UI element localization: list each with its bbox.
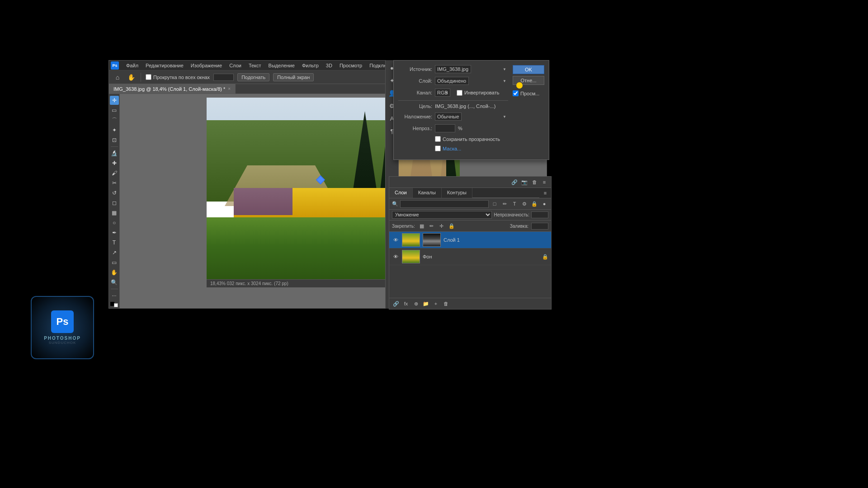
layers-opacity-input[interactable]: 100%: [531, 211, 548, 218]
layer-item-1[interactable]: 👁 Слой 1: [389, 232, 551, 249]
heal-brush-icon[interactable]: ✚: [110, 159, 119, 168]
left-tools-panel: ✛ ▭ ⌒ ✦ ⊡ 🔬 ✚ 🖌 ✂ ↺ ◻ ▦ ○ ✒ T ↗ ▭ ✋ 🔍 ··…: [109, 94, 120, 308]
path-select-icon[interactable]: ↗: [110, 248, 119, 257]
zoom-tool-icon[interactable]: 🔍: [110, 278, 119, 287]
menu-layers[interactable]: Слои: [227, 62, 243, 69]
fit-button[interactable]: Подогнать: [237, 73, 269, 81]
extra-tool-icon[interactable]: ···: [110, 291, 119, 300]
shape-tool-icon[interactable]: ▭: [110, 258, 119, 267]
cancel-button[interactable]: Отне...: [513, 76, 544, 85]
lasso-tool-icon[interactable]: ⌒: [110, 116, 119, 125]
layers-filter-4[interactable]: ⚙: [520, 200, 528, 208]
scroll-all-checkbox[interactable]: [146, 74, 151, 80]
ps-splash-title: PHOTOSHOP: [44, 336, 81, 341]
layer-2-visibility[interactable]: 👁: [392, 253, 399, 260]
tool-sep-2: [111, 289, 118, 289]
type-tool-icon[interactable]: T: [110, 238, 119, 247]
layers-tab-paths[interactable]: Контуры: [442, 188, 472, 198]
pen-tool-icon[interactable]: ✒: [110, 228, 119, 237]
fill-input[interactable]: 100%: [531, 223, 548, 230]
bg-color-swatch[interactable]: [114, 303, 118, 307]
source-select[interactable]: IMG_3638.jpg: [435, 65, 471, 73]
history-brush-icon[interactable]: ↺: [110, 188, 119, 197]
layers-filter-2[interactable]: ✏: [500, 200, 509, 208]
channel-select[interactable]: RGB: [435, 89, 450, 97]
main-tab[interactable]: IMG_3638.jpg @ 18,4% (Слой 1, Слой-маска…: [109, 84, 236, 94]
tab-close-icon[interactable]: ×: [228, 86, 231, 91]
menu-view[interactable]: Просмотр: [338, 62, 364, 69]
layers-collapse-icon[interactable]: ≡: [541, 189, 549, 197]
layer-2-lock-icon: 🔒: [542, 254, 548, 260]
move-tool-icon[interactable]: ✛: [110, 96, 119, 105]
eyedropper-icon[interactable]: 🔬: [110, 149, 119, 158]
layers-link-icon[interactable]: 🔗: [510, 178, 519, 186]
opacity-row-label: Непрозначность:: [494, 212, 529, 217]
layers-bottom-bar: 🔗 fx ⊕ 📁 + 🗑: [389, 298, 551, 309]
blend-select[interactable]: Обычные: [435, 113, 462, 121]
preserve-checkbox[interactable]: [435, 136, 441, 142]
purple-flowers: [234, 188, 292, 215]
zoom-input[interactable]: 100%: [213, 74, 234, 81]
lock-position-icon[interactable]: ✏: [428, 222, 436, 230]
menu-text[interactable]: Текст: [247, 62, 263, 69]
layers-tab-layers[interactable]: Слои: [389, 188, 413, 198]
layers-menu-icon[interactable]: ≡: [540, 178, 548, 186]
layers-search-input[interactable]: [400, 200, 489, 208]
layers-tab-channels[interactable]: Каналы: [413, 188, 442, 198]
menu-3d[interactable]: 3D: [324, 62, 334, 69]
add-layer-icon[interactable]: +: [432, 300, 440, 308]
layers-top-icons: 🔗 📷 🗑 ≡: [389, 177, 551, 188]
layers-search-bar: 🔍 □ ✏ T ⚙ 🔒 ●: [389, 198, 551, 210]
gradient-tool-icon[interactable]: ▦: [110, 208, 119, 217]
mask-label: Маска...: [443, 146, 461, 151]
hand-tool-icon-left[interactable]: ✋: [110, 268, 119, 277]
ps-logo-small: Ps: [111, 61, 119, 70]
add-link-icon[interactable]: 🔗: [392, 300, 400, 308]
preview-checkbox[interactable]: [513, 90, 519, 96]
invert-checkbox[interactable]: [457, 90, 462, 96]
channel-select-wrapper: RGB: [435, 89, 450, 97]
target-row: Цель: IMG_3638.jpg (..., Слой-...): [398, 103, 508, 109]
crop-tool-icon[interactable]: ⊡: [110, 136, 119, 145]
layers-filter-6[interactable]: ●: [540, 200, 548, 208]
layer-item-2[interactable]: 👁 Фон 🔒: [389, 249, 551, 265]
blend-mode-select[interactable]: Умножение: [392, 211, 492, 219]
layers-trash-icon[interactable]: 🗑: [530, 178, 538, 186]
mask-checkbox[interactable]: [435, 145, 441, 151]
lock-pixels-icon[interactable]: ▦: [418, 222, 426, 230]
lock-all-icon[interactable]: 🔒: [448, 222, 456, 230]
menu-edit[interactable]: Редактирование: [144, 62, 185, 69]
menu-file[interactable]: Файл: [124, 62, 140, 69]
lock-artboard-icon[interactable]: ✛: [438, 222, 446, 230]
clone-stamp-icon[interactable]: ✂: [110, 178, 119, 188]
invert-checkbox-wrapper: Инвертировать: [457, 90, 499, 96]
fullscreen-button[interactable]: Полный экран: [273, 73, 314, 81]
eraser-tool-icon[interactable]: ◻: [110, 198, 119, 207]
preserve-row: Сохранить прозрачность: [398, 136, 508, 142]
marquee-tool-icon[interactable]: ▭: [110, 106, 119, 115]
hand-tool-icon[interactable]: ✋: [126, 72, 136, 82]
layer-1-visibility[interactable]: 👁: [392, 236, 399, 244]
menu-filter[interactable]: Фильтр: [300, 62, 321, 69]
ps-splash-logo: Ps PHOTOSHOP SUNDUCHOK: [31, 296, 94, 359]
layers-filter-1[interactable]: □: [491, 200, 499, 208]
ok-button[interactable]: OK: [513, 65, 544, 74]
menu-select[interactable]: Выделение: [267, 62, 297, 69]
dodge-tool-icon[interactable]: ○: [110, 218, 119, 227]
home-icon[interactable]: ⌂: [113, 72, 123, 82]
layer-2-thumbnail: [402, 250, 420, 263]
delete-layer-icon[interactable]: 🗑: [442, 300, 450, 308]
add-adjustment-icon[interactable]: ⊕: [412, 300, 420, 308]
magic-wand-icon[interactable]: ✦: [110, 126, 119, 135]
menu-image[interactable]: Изображение: [189, 62, 224, 69]
layers-camera-icon[interactable]: 📷: [520, 178, 528, 186]
layers-filter-5[interactable]: 🔒: [530, 200, 538, 208]
layers-filter-3[interactable]: T: [510, 200, 519, 208]
toolbar-sep-1: [141, 73, 141, 82]
add-group-icon[interactable]: 📁: [422, 300, 430, 308]
layer-select[interactable]: Объединено: [435, 77, 469, 85]
opacity-input[interactable]: 100: [435, 124, 455, 132]
tool-sep-1: [111, 146, 118, 147]
add-fx-icon[interactable]: fx: [402, 300, 410, 308]
brush-tool-icon[interactable]: 🖌: [110, 169, 119, 178]
